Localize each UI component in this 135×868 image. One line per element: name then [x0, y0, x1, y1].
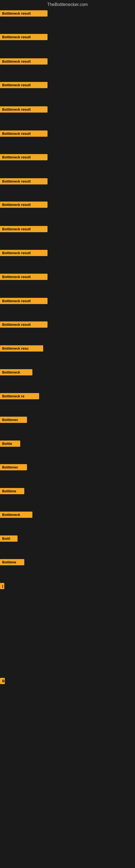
bottleneck-item: Bottleneck re — [0, 393, 39, 400]
bottleneck-item: Bottleneck result — [0, 106, 48, 114]
bottleneck-badge: Bottleneck — [0, 512, 32, 518]
bottleneck-badge: | — [0, 583, 4, 589]
bottleneck-item: Bottleneck result — [0, 58, 48, 66]
bottleneck-badge: Bottleneck result — [0, 130, 48, 137]
bottleneck-badge: Bottleneck resu — [0, 345, 43, 351]
bottleneck-badge: Bottleneck result — [0, 321, 48, 328]
bottleneck-item: Bottleneck result — [0, 298, 48, 305]
bottleneck-item: Bottleneck result — [0, 178, 48, 186]
bottleneck-badge: Bottleneck result — [0, 178, 48, 184]
bottleneck-badge: Bottleneck re — [0, 393, 39, 399]
site-title: TheBottlenecker.com — [0, 0, 135, 10]
bottleneck-item: Bottleneck — [0, 369, 32, 376]
bottleneck-badge: Bottleneck result — [0, 154, 48, 160]
bottleneck-badge: Bottlenec — [0, 464, 27, 470]
site-header: TheBottlenecker.com — [0, 0, 135, 10]
bottleneck-badge: Bottleneck result — [0, 274, 48, 280]
bottleneck-badge: Bottleneck result — [0, 82, 48, 88]
bottleneck-list: Bottleneck resultBottleneck resultBottle… — [0, 10, 135, 865]
bottleneck-item: | — [0, 583, 4, 590]
bottleneck-item: B — [0, 678, 5, 685]
bottleneck-item: Bottleneck result — [0, 250, 48, 257]
bottleneck-badge: Bottl — [0, 535, 17, 542]
bottleneck-badge: Bottleneck — [0, 369, 32, 375]
bottleneck-badge: Bottleneck result — [0, 106, 48, 113]
bottleneck-item: Bottleneck resu — [0, 345, 43, 352]
bottleneck-badge: Bottleneck result — [0, 34, 48, 40]
bottleneck-badge: Bottleneck result — [0, 58, 48, 65]
bottleneck-item: Bottle — [0, 440, 20, 448]
bottleneck-item: Bottlenec — [0, 416, 27, 424]
bottleneck-badge: Bottleneck result — [0, 298, 48, 304]
bottleneck-badge: Bottleneck result — [0, 226, 48, 232]
bottleneck-item: Bottleneck result — [0, 34, 48, 41]
bottleneck-item: Bottleneck — [0, 512, 32, 519]
bottleneck-item: Bottleneck result — [0, 274, 48, 281]
bottleneck-badge: Bottle — [0, 440, 20, 447]
bottleneck-item: Bottl — [0, 535, 17, 543]
bottleneck-badge: B — [0, 678, 5, 684]
bottleneck-item: Bottlene — [0, 559, 24, 566]
bottleneck-item: Bottleneck result — [0, 321, 48, 329]
bottleneck-item: Bottleneck result — [0, 202, 48, 209]
bottleneck-badge: Bottlene — [0, 559, 24, 565]
bottleneck-item: Bottlene — [0, 488, 24, 495]
bottleneck-badge: Bottleneck result — [0, 202, 48, 208]
bottleneck-badge: Bottleneck result — [0, 250, 48, 256]
bottleneck-item: Bottleneck result — [0, 82, 48, 89]
bottleneck-item: Bottleneck result — [0, 154, 48, 161]
bottleneck-item: Bottleneck result — [0, 130, 48, 138]
bottleneck-badge: Bottleneck result — [0, 10, 48, 17]
bottleneck-item: Bottleneck result — [0, 226, 48, 233]
bottleneck-item: Bottlenec — [0, 464, 27, 471]
bottleneck-item: Bottleneck result — [0, 10, 48, 18]
bottleneck-badge: Bottlene — [0, 488, 24, 494]
bottleneck-badge: Bottlenec — [0, 416, 27, 423]
